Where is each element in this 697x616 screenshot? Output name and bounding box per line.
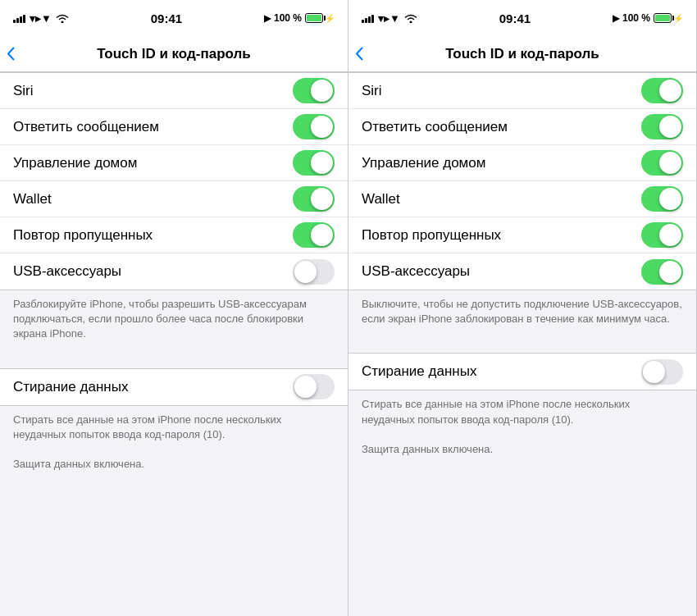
battery-pct: 100 % [622, 12, 650, 24]
toggle-knob [643, 361, 665, 383]
toggle-usb-аксессуары[interactable] [293, 259, 335, 285]
wifi-icon: ▾▸▼ [30, 12, 52, 25]
usb-description: Выключите, чтобы не допустить подключени… [348, 290, 696, 336]
phone-panel-left: ▾▸▼ 09:41 ▶ 100 % ⚡ Touch ID и код-па [0, 0, 348, 616]
settings-content: Siri Ответить сообщением Управление домо… [348, 72, 696, 616]
toggle-siri[interactable] [641, 78, 683, 103]
toggle-wallet[interactable] [641, 186, 683, 212]
usb-description: Разблокируйте iPhone, чтобы разрешить US… [0, 290, 348, 352]
toggle-knob [294, 261, 317, 283]
signal-icon [13, 13, 25, 23]
main-settings-group: Siri Ответить сообщением Управление домо… [348, 72, 696, 290]
wifi-icon: ▾▸▼ [378, 12, 400, 25]
toggle-erase[interactable] [641, 359, 683, 385]
wifi-icon [404, 13, 417, 23]
nav-bar: Touch ID и код-пароль [0, 36, 348, 72]
back-button[interactable] [355, 47, 363, 61]
toggle-knob [659, 80, 681, 102]
signal-icon [362, 13, 374, 23]
erase-group: Стирание данных [0, 368, 348, 406]
toggle-erase[interactable] [293, 374, 335, 399]
battery-icon: ⚡ [305, 13, 335, 23]
erase-row[interactable]: Стирание данных [348, 354, 696, 390]
toggle-ответить-сообщением[interactable] [293, 114, 335, 139]
back-button[interactable] [7, 47, 15, 61]
settings-row-3[interactable]: Wallet [0, 181, 348, 217]
settings-row-0[interactable]: Siri [0, 73, 348, 109]
erase-row[interactable]: Стирание данных [0, 369, 348, 405]
toggle-knob [311, 80, 333, 102]
location-icon: ▶ [613, 13, 619, 24]
battery-pct: 100 % [274, 12, 302, 24]
erase-label: Стирание данных [13, 379, 128, 395]
settings-row-2[interactable]: Управление домом [0, 145, 348, 181]
wifi-icon [56, 13, 69, 23]
row-label: Siri [13, 83, 34, 99]
toggle-управление-домом[interactable] [641, 150, 683, 176]
toggle-knob [294, 376, 317, 398]
row-label: Управление домом [362, 155, 485, 171]
row-label: Wallet [13, 191, 52, 208]
settings-row-4[interactable]: Повтор пропущенных [348, 217, 696, 253]
toggle-knob [311, 116, 333, 138]
settings-row-3[interactable]: Wallet [348, 181, 696, 217]
status-left: ▾▸▼ [13, 12, 69, 25]
row-label: Siri [362, 83, 382, 99]
toggle-knob [659, 261, 681, 283]
toggle-ответить-сообщением[interactable] [641, 114, 683, 139]
toggle-siri[interactable] [293, 78, 335, 103]
battery-icon: ⚡ [654, 13, 683, 23]
toggle-knob [311, 224, 333, 246]
settings-row-5[interactable]: USB-аксессуары [348, 253, 696, 290]
nav-title: Touch ID и код-пароль [97, 46, 251, 62]
row-label: Повтор пропущенных [13, 227, 153, 244]
row-label: Ответить сообщением [13, 119, 159, 135]
toggle-knob [311, 188, 333, 210]
bolt-icon: ⚡ [325, 14, 335, 23]
status-bar: ▾▸▼ 09:41 ▶ 100 % ⚡ [348, 0, 696, 36]
nav-bar: Touch ID и код-пароль [348, 36, 696, 72]
toggle-повтор-пропущенных[interactable] [641, 222, 683, 248]
toggle-управление-домом[interactable] [293, 150, 335, 176]
settings-content: Siri Ответить сообщением Управление домо… [0, 72, 348, 616]
toggle-повтор-пропущенных[interactable] [293, 222, 335, 248]
erase-group: Стирание данных [348, 353, 696, 390]
phone-panel-right: ▾▸▼ 09:41 ▶ 100 % ⚡ Touch ID и код-па [348, 0, 697, 616]
erase-label: Стирание данных [362, 363, 476, 380]
settings-row-2[interactable]: Управление домом [348, 145, 696, 181]
status-right: ▶ 100 % ⚡ [613, 12, 683, 24]
bolt-icon: ⚡ [673, 14, 683, 23]
settings-row-1[interactable]: Ответить сообщением [348, 109, 696, 145]
toggle-knob [659, 224, 681, 246]
settings-row-5[interactable]: USB-аксессуары [0, 253, 348, 290]
location-icon: ▶ [264, 13, 271, 24]
row-label: Ответить сообщением [362, 119, 508, 135]
toggle-wallet[interactable] [293, 186, 335, 212]
settings-row-4[interactable]: Повтор пропущенных [0, 217, 348, 253]
row-label: USB-аксессуары [362, 263, 470, 280]
settings-row-1[interactable]: Ответить сообщением [0, 109, 348, 145]
toggle-knob [659, 152, 681, 174]
row-label: Wallet [362, 191, 400, 208]
toggle-knob [659, 188, 681, 210]
toggle-usb-аксессуары[interactable] [641, 259, 683, 285]
status-left: ▾▸▼ [362, 12, 417, 25]
row-label: USB-аксессуары [13, 263, 121, 280]
toggle-knob [659, 116, 681, 138]
status-bar: ▾▸▼ 09:41 ▶ 100 % ⚡ [0, 0, 348, 36]
status-time: 09:41 [151, 11, 182, 25]
main-settings-group: Siri Ответить сообщением Управление домо… [0, 72, 348, 290]
nav-title: Touch ID и код-пароль [445, 46, 599, 62]
erase-description: Стирать все данные на этом iPhone после … [348, 390, 696, 467]
toggle-knob [311, 152, 333, 174]
row-label: Повтор пропущенных [362, 227, 501, 244]
status-time: 09:41 [499, 11, 531, 25]
row-label: Управление домом [13, 155, 137, 171]
settings-row-0[interactable]: Siri [348, 73, 696, 109]
status-right: ▶ 100 % ⚡ [264, 12, 335, 24]
erase-description: Стирать все данные на этом iPhone после … [0, 406, 348, 482]
